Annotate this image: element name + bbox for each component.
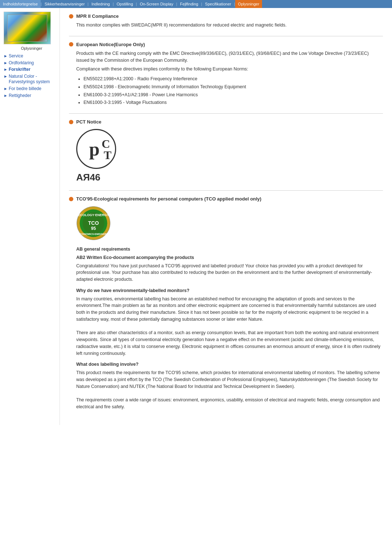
tco-sub-why-body: In many countries, environmental labelli… bbox=[76, 296, 383, 357]
list-item-en55024: EN55024:1998 - Electromagnetic Immunity … bbox=[83, 84, 383, 90]
nav-item-fejlfinding[interactable]: Fejlfinding bbox=[177, 0, 201, 8]
sidebar-image bbox=[4, 12, 51, 44]
sidebar-caption: Oplysninger bbox=[4, 46, 60, 50]
svg-text:ECOLOGY·ENERGY: ECOLOGY·ENERGY bbox=[78, 213, 109, 217]
section-pct-header: PCT Notice bbox=[69, 119, 383, 125]
arrow-icon-billede: ► bbox=[4, 86, 8, 91]
main-content: MPR II Compliance This monitor complies … bbox=[60, 8, 392, 425]
tco-sub-labelling: What does labelling involve? This produc… bbox=[76, 361, 383, 410]
nav-item-opstilling[interactable]: Opstilling bbox=[114, 0, 136, 8]
tco-sub-labelling-body: This product meets the requirements for … bbox=[76, 369, 383, 410]
european-para1: Products with the CE marking comply with… bbox=[76, 50, 383, 64]
section-mpr-title: MPR II Compliance bbox=[76, 13, 119, 19]
sidebar-link-billede[interactable]: For bedre billede bbox=[9, 86, 41, 92]
arrow-icon-forskrifter: ► bbox=[4, 67, 8, 72]
european-para2: Compliance with these directives implies… bbox=[76, 66, 383, 73]
bullet-pct bbox=[69, 120, 73, 124]
section-pct: PCT Notice p C T АЯ46 bbox=[69, 119, 383, 183]
section-tco-title: TCO'95-Ecological requirements for perso… bbox=[76, 196, 261, 202]
nav-item-oplysninger[interactable]: Oplysninger bbox=[235, 0, 262, 8]
section-european: European Notice(Europe Only) Products wi… bbox=[69, 42, 383, 106]
nav-item-specifikationer[interactable]: Specifikationer bbox=[202, 0, 234, 8]
tco-sub-labelling-title: What does labelling involve? bbox=[76, 361, 383, 368]
arrow-icon-service: ► bbox=[4, 54, 8, 58]
tco-logo-svg: ECOLOGY·ENERGY TCO 95 ECONOMICS·EMISSION… bbox=[76, 206, 111, 240]
sidebar-item-service[interactable]: ► Service bbox=[4, 53, 60, 59]
sidebar-link-service[interactable]: Service bbox=[9, 53, 23, 59]
pct-logo: p C T АЯ46 bbox=[76, 129, 383, 183]
section-mpr-header: MPR II Compliance bbox=[69, 13, 383, 19]
tco-sub-why-title: Why do we have environmentally-labelled … bbox=[76, 287, 383, 294]
list-item-en61000-32: EN61000-3-2:1995+A1/A2:1998 - Power Line… bbox=[83, 92, 383, 98]
tco-sub-ab2-body: Congratulations! You have just purchased… bbox=[76, 263, 383, 283]
section-mpr: MPR II Compliance This monitor complies … bbox=[69, 13, 383, 29]
nav-item-indholdsfortegnelse[interactable]: Indholdsfortegnelse bbox=[0, 0, 41, 8]
main-layout: Oplysninger ► Service ► Ordforklaring ► … bbox=[0, 8, 392, 425]
sidebar: Oplysninger ► Service ► Ordforklaring ► … bbox=[0, 8, 60, 425]
tco-sub-ab2-title: AB2 Written Eco-document acompanying the… bbox=[76, 254, 383, 261]
european-list: EN55022:1998+A1:2000 - Radio Frequency I… bbox=[76, 76, 383, 106]
svg-text:TCO: TCO bbox=[88, 220, 99, 226]
arrow-icon-naturalcolor: ► bbox=[4, 74, 8, 78]
bullet-mpr bbox=[69, 14, 73, 19]
divider-2 bbox=[69, 113, 383, 114]
list-item-en61000-33: EN61000-3-3:1995 - Voltage Fluctuations bbox=[83, 99, 383, 106]
section-european-header: European Notice(Europe Only) bbox=[69, 42, 383, 47]
sidebar-item-forskrifter[interactable]: ► Forskrifter bbox=[4, 67, 60, 73]
section-european-title: European Notice(Europe Only) bbox=[76, 42, 145, 47]
sidebar-item-rettigheder[interactable]: ► Rettigheder bbox=[4, 93, 60, 99]
nav-item-indledning[interactable]: Indledning bbox=[89, 0, 113, 8]
tco-sub-ab-general: AB general requirements AB2 Written Eco-… bbox=[76, 246, 383, 283]
sidebar-item-naturalcolor[interactable]: ► Natural Color - Farvestyrings system bbox=[4, 74, 60, 85]
bullet-european bbox=[69, 42, 73, 46]
sidebar-item-ordforklaring[interactable]: ► Ordforklaring bbox=[4, 60, 60, 66]
tco-sub-ab-title: AB general requirements bbox=[76, 246, 383, 253]
section-tco: TCO'95-Ecological requirements for perso… bbox=[69, 196, 383, 410]
nav-item-sikkerhed[interactable]: Sikkerhedsanvisninger bbox=[42, 0, 88, 8]
svg-text:ECONOMICS·EMISSIONS: ECONOMICS·EMISSIONS bbox=[78, 233, 109, 235]
nav-item-onscreen[interactable]: On-Screen Display bbox=[137, 0, 176, 8]
sidebar-link-rettigheder[interactable]: Rettigheder bbox=[9, 93, 31, 99]
arrow-icon-rettigheder: ► bbox=[4, 93, 8, 98]
sidebar-nav: ► Service ► Ordforklaring ► Forskrifter … bbox=[4, 53, 60, 98]
tco-subsections: AB general requirements AB2 Written Eco-… bbox=[69, 246, 383, 410]
section-tco-header: TCO'95-Ecological requirements for perso… bbox=[69, 196, 383, 202]
svg-text:95: 95 bbox=[91, 226, 96, 231]
top-navigation: Indholdsfortegnelse | Sikkerhedsanvisnin… bbox=[0, 0, 392, 8]
sidebar-link-naturalcolor[interactable]: Natural Color - Farvestyrings system bbox=[9, 74, 60, 85]
section-pct-title: PCT Notice bbox=[76, 119, 101, 125]
arrow-icon-ordforklaring: ► bbox=[4, 61, 8, 65]
pct-text: АЯ46 bbox=[76, 172, 100, 183]
section-european-body: Products with the CE marking comply with… bbox=[69, 50, 383, 106]
divider-1 bbox=[69, 36, 383, 36]
tco-sub-why: Why do we have environmentally-labelled … bbox=[76, 287, 383, 357]
bullet-tco bbox=[69, 197, 73, 201]
list-item-en55022: EN55022:1998+A1:2000 - Radio Frequency I… bbox=[83, 76, 383, 82]
sidebar-item-billede[interactable]: ► For bedre billede bbox=[4, 86, 60, 92]
tco-logo-container: ECOLOGY·ENERGY TCO 95 ECONOMICS·EMISSION… bbox=[76, 206, 383, 242]
pct-t-letter: T bbox=[104, 149, 111, 162]
pct-p-letter: p bbox=[89, 138, 100, 160]
section-mpr-body: This monitor complies with SWEDAC(MPR II… bbox=[69, 22, 383, 29]
divider-3 bbox=[69, 190, 383, 191]
sidebar-image-inner bbox=[7, 15, 47, 42]
pct-circle: p C T bbox=[76, 129, 116, 169]
sidebar-link-forskrifter[interactable]: Forskrifter bbox=[9, 67, 30, 73]
sidebar-link-ordforklaring[interactable]: Ordforklaring bbox=[9, 60, 34, 66]
